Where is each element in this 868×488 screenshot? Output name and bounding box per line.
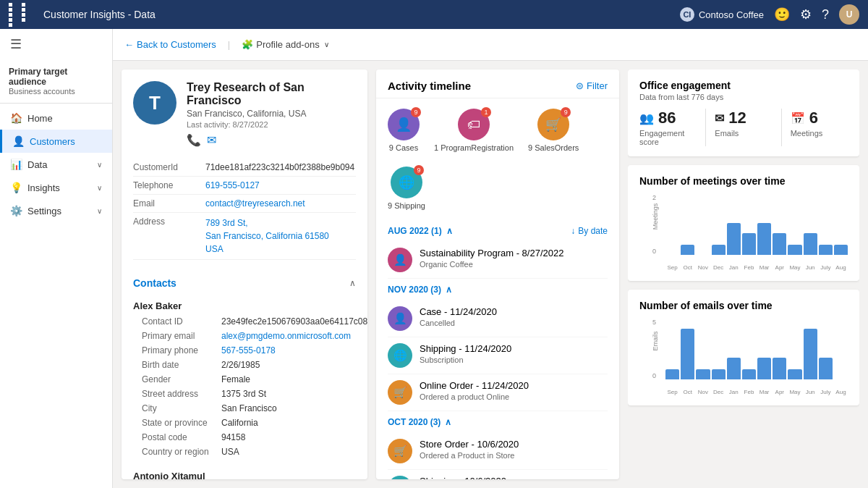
profile-addons-label: Profile add-ons — [256, 39, 319, 50]
sidebar-item-data[interactable]: 📊 Data ∨ — [0, 153, 112, 176]
sort-icon: ↓ — [571, 226, 575, 236]
contact-field-label: Gender — [142, 374, 221, 384]
settings-nav-icon: ⚙️ — [10, 205, 22, 216]
field-value: contact@treyresearch.net — [205, 198, 305, 209]
contact-field-row: Birth date 2/26/1985 — [133, 358, 356, 372]
sidebar-item-customers[interactable]: 👤 Customers — [0, 130, 112, 153]
bar-chart-bars — [665, 191, 848, 255]
timeline-item-icon: 🌐 — [388, 343, 412, 368]
sidebar-item-home[interactable]: 🏠 Home — [0, 106, 112, 130]
contact-field-label: State or province — [142, 418, 221, 428]
smiley-icon[interactable]: 🙂 — [774, 7, 790, 22]
help-icon[interactable]: ? — [822, 7, 829, 22]
contact-field-row: Primary email alex@pmgdemo.onmicrosoft.c… — [133, 329, 356, 343]
settings-icon[interactable]: ⚙ — [800, 7, 812, 22]
phone-icon[interactable]: 📞 — [187, 133, 201, 147]
sidebar-item-label: Home — [27, 113, 53, 124]
meetings-chart-title: Number of meetings over time — [639, 175, 848, 187]
address-link[interactable]: 789 3rd St,San Francisco, California 615… — [205, 218, 329, 254]
contact-field-value: 2/26/1985 — [221, 360, 260, 370]
main-columns: T Trey Research of San Francisco San Fra… — [113, 61, 868, 488]
timeline-subtitle: Subscription — [420, 356, 511, 364]
timeline-item: 👤 Case - 11/24/2020 Cancelled — [388, 300, 608, 337]
people-icon: 👥 — [639, 112, 654, 125]
shipping-icon: 🌐 9 — [391, 167, 422, 198]
timeline-item-icon: 👤 — [388, 248, 412, 272]
email-icon[interactable]: ✉ — [207, 133, 216, 147]
timeline-item-icon: 🛒 — [388, 380, 412, 405]
email-link[interactable]: alex@pmgdemo.onmicrosoft.com — [221, 331, 351, 341]
filter-button[interactable]: ⊜ Filter — [576, 80, 608, 91]
profile-addons-button[interactable]: 🧩 Profile add-ons ∨ — [242, 39, 328, 50]
meetings-chart-card: Number of meetings over time 2 0 Meeting… — [628, 165, 859, 281]
contact-alex-baker: Alex Baker Contact ID 23e49fec2e15067690… — [133, 293, 356, 463]
contact-field-value: 1375 3rd St — [221, 389, 266, 399]
right-panel: Office engagement Data from last 776 day… — [628, 70, 859, 479]
timeline-item: 🛒 Store Order - 10/6/2020 Ordered a Prod… — [388, 433, 608, 470]
metric-value: 📅 6 — [791, 109, 848, 127]
customer-location: San Francisco, California, USA — [187, 109, 356, 119]
apps-icon[interactable] — [9, 3, 33, 27]
timeline-item-icon: 🛒 — [388, 439, 412, 463]
meetings-chart: 2 0 Meetings — [639, 191, 848, 271]
sidebar-toggle[interactable]: ☰ — [0, 29, 112, 59]
subnav: ← Back to Customers | 🧩 Profile add-ons … — [113, 29, 868, 61]
user-avatar[interactable]: U — [839, 4, 859, 25]
contact-field-row: Country or region USA — [133, 445, 356, 459]
by-date-button[interactable]: ↓ By date — [571, 226, 608, 236]
activity-orders[interactable]: 🛒 9 9 SalesOrders — [528, 109, 579, 152]
timeline-content: Shipping - 11/24/2020 Subscription — [420, 343, 511, 364]
timeline-item: 🌐 Shipping - 10/6/2020 OneTimeOrder — [388, 470, 608, 479]
engagement-metrics: 👥 86 Engagement score ✉ 12 Emails — [639, 109, 848, 146]
contacts-collapse-icon[interactable]: ∧ — [349, 278, 356, 288]
email-link[interactable]: contact@treyresearch.net — [205, 198, 305, 209]
sidebar-item-settings[interactable]: ⚙️ Settings ∨ — [0, 199, 112, 222]
x-axis-labels: Sep Oct Nov Dec Jan Feb Mar Apr May Jun — [665, 389, 848, 395]
activity-program[interactable]: 🏷 1 1 ProgramRegistration — [434, 109, 514, 152]
topbar-right: CI Contoso Coffee 🙂 ⚙ ? U — [680, 4, 859, 25]
sidebar-item-label: Data — [27, 159, 47, 170]
activity-shipping[interactable]: 🌐 9 9 Shipping — [388, 167, 425, 210]
sidebar-item-insights[interactable]: 💡 Insights ∨ — [0, 176, 112, 199]
metric-engagement-score: 👥 86 Engagement score — [639, 109, 697, 146]
customer-panel: T Trey Research of San Francisco San Fra… — [122, 70, 367, 479]
contact-field-row: State or province California — [133, 416, 356, 430]
contact-field-row: Contact ID 23e49fec2e150676903aa0e64117c… — [133, 314, 356, 329]
contact-field-value: Female — [221, 374, 250, 384]
email-metric-icon: ✉ — [715, 112, 724, 125]
contact-field-row: Postal code 94158 — [133, 430, 356, 445]
activity-icons: 👤 9 9 Cases 🏷 1 1 ProgramRegistration — [376, 98, 619, 220]
timeline-content: Online Order - 11/24/2020 Ordered a prod… — [420, 380, 529, 401]
activity-cases[interactable]: 👤 9 9 Cases — [388, 109, 420, 152]
metric-label: Emails — [715, 129, 772, 138]
metric-meetings: 📅 6 Meetings — [791, 109, 848, 146]
field-telephone: Telephone 619-555-0127 — [133, 177, 356, 195]
contact-field-label: Primary phone — [142, 345, 221, 356]
phone-link[interactable]: 567-555-0178 — [221, 345, 276, 356]
home-icon: 🏠 — [10, 112, 22, 124]
contacts-header[interactable]: Contacts ∧ — [133, 273, 356, 293]
timeline-title: Case - 11/24/2020 — [420, 306, 497, 317]
profile-info: Trey Research of San Francisco San Franc… — [187, 81, 356, 147]
timeline-content: Sustainability Program - 8/27/2022 Organ… — [420, 248, 563, 269]
timeline-content: Shipping - 10/6/2020 OneTimeOrder — [420, 476, 506, 479]
customer-last-activity: Last activity: 8/27/2022 — [187, 120, 356, 129]
group-title[interactable]: NOV 2020 (3) ∧ — [388, 285, 452, 295]
engagement-subtitle: Data from last 776 days — [639, 93, 848, 101]
timeline-item: 🛒 Online Order - 11/24/2020 Ordered a pr… — [388, 374, 608, 411]
org-switcher[interactable]: CI Contoso Coffee — [680, 7, 764, 22]
profile-header: T Trey Research of San Francisco San Fra… — [122, 70, 367, 159]
group-title[interactable]: AUG 2022 (1) ∧ — [388, 226, 453, 236]
back-button[interactable]: ← Back to Customers — [124, 39, 216, 50]
contact-name: Alex Baker — [133, 298, 356, 314]
group-title[interactable]: OCT 2020 (3) ∧ — [388, 417, 451, 427]
telephone-link[interactable]: 619-555-0127 — [205, 180, 260, 190]
contact-field-row: City San Francisco — [133, 401, 356, 416]
sidebar-primary-sub: Business accounts — [9, 87, 103, 96]
customer-name: Trey Research of San Francisco — [187, 81, 356, 107]
contact-field-value: USA — [221, 447, 239, 457]
contact-field-value: 23e49fec2e150676903aa0e64117c08b — [221, 316, 367, 327]
timeline-subtitle: Organic Coffee — [420, 260, 563, 269]
timeline-title: Sustainability Program - 8/27/2022 — [420, 248, 563, 258]
orders-label: 9 SalesOrders — [528, 143, 579, 152]
